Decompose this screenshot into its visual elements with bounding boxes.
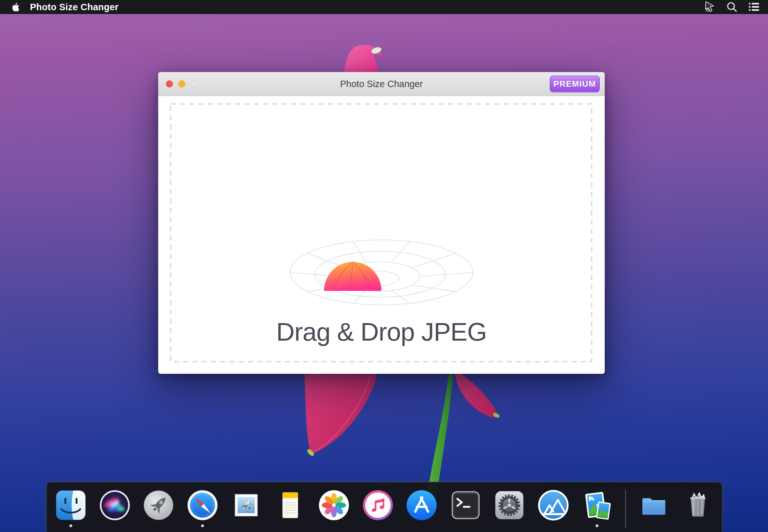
photo-size-changer-window: Photo Size Changer PREMIUM	[158, 72, 605, 374]
petal-top	[344, 45, 382, 77]
window-title: Photo Size Changer	[340, 79, 423, 89]
running-indicator	[201, 524, 204, 527]
spotlight-search-icon[interactable]	[725, 1, 738, 13]
petal-bottom-right	[454, 370, 500, 418]
dock-item-finder[interactable]	[55, 489, 87, 521]
apple-menu[interactable]	[12, 2, 20, 12]
notes-icon	[274, 489, 306, 521]
menu-bar: Photo Size Changer	[0, 0, 768, 14]
dock-item-mail[interactable]	[230, 489, 262, 521]
itunes-icon	[362, 489, 394, 521]
dock-separator	[625, 490, 626, 528]
dock-item-app-cleaner[interactable]	[537, 489, 569, 521]
close-button[interactable]	[166, 80, 173, 87]
minimize-button[interactable]	[178, 80, 185, 87]
pointer-tool-icon[interactable]	[703, 1, 716, 13]
dock-item-itunes[interactable]	[362, 489, 394, 521]
petal-bottom-left	[305, 370, 378, 457]
zoom-button-disabled	[191, 80, 198, 87]
safari-icon	[187, 489, 218, 521]
trash-icon	[682, 489, 714, 521]
app-store-icon	[406, 489, 438, 521]
vortex-umbrella-icon	[289, 239, 474, 309]
dock-item-trash[interactable]	[682, 489, 714, 521]
dock-item-system-preferences[interactable]	[493, 489, 525, 521]
dock-item-terminal[interactable]	[450, 489, 482, 521]
premium-button[interactable]: PREMIUM	[550, 76, 600, 92]
dock	[46, 482, 723, 532]
photo-size-changer-icon	[581, 489, 613, 521]
notification-list-icon[interactable]	[748, 1, 760, 13]
menubar-app-name[interactable]: Photo Size Changer	[30, 2, 119, 12]
dock-item-launchpad[interactable]	[143, 489, 174, 521]
app-cleaner-mountains-icon	[537, 489, 569, 521]
dock-item-photos[interactable]	[318, 489, 350, 521]
window-titlebar[interactable]: Photo Size Changer PREMIUM	[158, 72, 605, 96]
running-indicator	[596, 524, 599, 527]
dock-item-notes[interactable]	[274, 489, 306, 521]
mail-icon	[230, 489, 262, 521]
dock-item-folder[interactable]	[638, 489, 670, 521]
launchpad-icon	[143, 489, 174, 521]
system-preferences-icon	[493, 489, 525, 521]
dropzone-label: Drag & Drop JPEG	[276, 317, 487, 347]
dock-item-photo-size-changer[interactable]	[581, 489, 613, 521]
window-content: Drag & Drop JPEG	[158, 96, 605, 374]
finder-icon	[55, 489, 87, 521]
photos-icon	[318, 489, 350, 521]
apple-logo-icon	[12, 3, 20, 11]
siri-icon	[99, 489, 131, 521]
dropzone[interactable]: Drag & Drop JPEG	[158, 96, 605, 374]
dock-item-safari[interactable]	[187, 489, 218, 521]
dock-item-siri[interactable]	[99, 489, 131, 521]
terminal-icon	[450, 489, 482, 521]
running-indicator	[70, 524, 72, 527]
dock-item-app-store[interactable]	[406, 489, 438, 521]
folder-icon	[638, 489, 670, 521]
